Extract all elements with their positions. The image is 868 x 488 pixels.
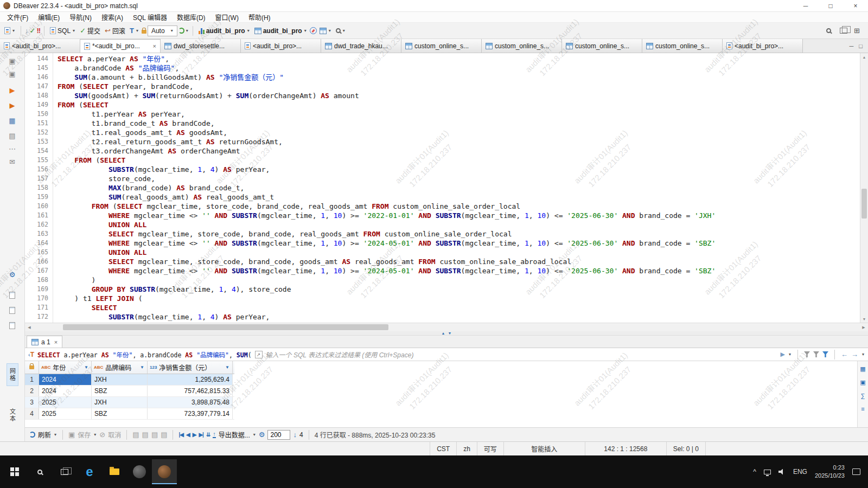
explain-plan-icon[interactable]: ▦ [7,115,18,126]
code-line[interactable]: SUBSTR(mgclear_time, 1, 4) AS perYear, [58,312,860,322]
code-line[interactable]: t1.perYear AS perYear, [58,110,860,119]
grid-cell[interactable]: SBZ [92,386,148,396]
double-check-icon[interactable]: ✓ [30,27,36,34]
grid-settings-gear-icon[interactable]: ⚙ [259,431,265,438]
edit-cell-icon[interactable]: ▤ [132,431,139,438]
vertical-scrollbar[interactable]: ▲ ▼ [860,53,868,323]
code-line[interactable]: WHERE mgclear_time <> '' AND SUBSTR(mgcl… [58,239,860,248]
settings-gear-icon[interactable]: ⚙ [7,269,18,280]
new-file-icon[interactable] [7,320,18,331]
taskbar-search-button[interactable] [27,459,52,484]
grid-cell[interactable]: 757,462,815.33 [148,386,233,396]
code-line[interactable]: store_code, [58,174,860,183]
close-button[interactable]: × [843,0,868,11]
code-line[interactable]: SUBSTR(mgclear_time, 1, 4) AS perYear, [58,165,860,174]
filter-sql-text[interactable]: SELECT a.perYear AS "年份", a.brandCode AS… [37,350,252,359]
grid-cell[interactable]: 2025 [39,397,92,408]
transaction-mode-button[interactable]: T▾ [128,26,141,35]
code-line[interactable]: WHERE mgclear_time <> '' AND SUBSTR(mgcl… [58,211,860,220]
code-line[interactable]: FROM (SELECT perYear, brandCode, [58,82,860,91]
status-caret-position[interactable]: 142 : 1 : 12568 [585,442,666,455]
sql-menu-button[interactable]: SQL ▾ [48,26,77,36]
code-line[interactable]: FROM (SELECT mgclear_time, store_code, b… [58,202,860,211]
grid-cell[interactable]: 2024 [39,386,92,396]
fetch-all-icon[interactable]: ⇊ [206,432,210,438]
code-line[interactable]: SUM(a.amount + b.billGoodsAmt) AS "净销售金额… [58,73,860,82]
grid-cell[interactable]: 3,898,875.48 [148,397,233,408]
menu-sql-editor[interactable]: SQL 编辑器 [128,12,172,22]
row-number[interactable]: 3 [25,397,39,408]
menu-navigate[interactable]: 导航(N) [65,12,97,22]
chevron-down-icon[interactable]: ▾ [170,28,174,33]
code-line[interactable]: GROUP BY SUBSTR(mgclear_time, 1, 4), sto… [58,285,860,294]
quick-search-icon[interactable] [826,28,831,33]
chevron-down-icon[interactable]: ▾ [247,28,250,33]
status-timezone[interactable]: CST [430,442,456,455]
row-number[interactable]: 4 [25,408,39,419]
back-icon[interactable]: ← [841,351,848,358]
code-line[interactable]: MAX(brand_code) AS brand_code_t, [58,183,860,192]
refresh-button[interactable]: 刷新 [38,430,51,439]
code-line[interactable]: a.brandCode AS "品牌编码", [58,63,860,73]
editor-tab[interactable]: custom_online_s... [401,39,482,53]
panel-value-icon[interactable]: ▣ [860,379,865,386]
save-script-icon[interactable] [7,305,18,316]
editor-tab[interactable]: <audit_bi_pro>... [723,39,803,53]
panel-sash[interactable]: ▲▼ [25,331,868,336]
commit-button[interactable]: ✓ 提交 [78,25,102,36]
status-writable[interactable]: 可写 [477,442,503,455]
menu-file[interactable]: 文件(F) [2,12,33,22]
sql-editor[interactable]: 1441451461471481491501511521531541551561… [25,53,868,323]
auto-refresh-icon[interactable] [178,28,184,34]
first-row-icon[interactable]: |◀ [178,432,183,438]
scroll-left-icon[interactable]: ◀ [25,323,34,331]
column-header-year[interactable]: ABC 年份 ▼ [39,361,92,374]
result-view-text-tab[interactable]: 文本 [7,404,18,426]
last-row-icon[interactable]: ▶| [199,432,203,438]
code-line[interactable]: t1.real_goods_amt_t AS goodsAmt, [58,128,860,137]
status-insert-mode[interactable]: 智能插入 [503,442,585,455]
edit-grid-button[interactable]: ▾ [318,27,333,35]
notification-center-icon[interactable] [852,468,860,475]
code-line[interactable]: UNION ALL [58,248,860,257]
auto-commit-combo[interactable]: Auto ▾ [148,25,177,36]
code-line[interactable]: t2.real_return_goods_amt_t AS returnGood… [58,137,860,146]
close-tab-icon[interactable]: × [152,43,156,49]
horizontal-scrollbar[interactable]: ◀ ▶ [25,323,868,331]
menu-help[interactable]: 帮助(H) [244,12,276,22]
close-results-tab-icon[interactable]: × [53,339,58,345]
status-selection[interactable]: Sel: 0 | 0 [666,442,705,455]
execute-statement-icon[interactable]: ▶ [7,85,18,95]
grid-cell[interactable]: 2025 [39,408,92,419]
editor-tab[interactable]: custom_online_s... [482,39,562,53]
vertical-scroll-thumb[interactable] [861,189,867,219]
code-line[interactable]: SELECT a.perYear AS "年份", [58,54,860,63]
minimize-button[interactable]: ─ [793,0,818,11]
navigator-compass-icon[interactable] [310,27,317,34]
sort-filter-icon[interactable]: ▼ [84,365,89,370]
edge-button[interactable]: e [77,459,102,484]
load-script-icon[interactable] [7,290,18,300]
menu-database[interactable]: 数据库(D) [172,12,210,22]
pinned-app-button[interactable] [127,459,152,484]
editor-tab[interactable]: *<audit_bi_pro...× [80,39,161,53]
alert-icon[interactable]: !! [36,27,40,34]
editor-tab[interactable]: custom_online_s... [562,39,642,53]
delete-row-icon[interactable]: ▤ [161,431,167,438]
taskbar-clock[interactable]: 0:23 2025/10/23 [815,464,845,480]
clear-filter-icon[interactable] [804,351,810,357]
custom-filter-icon[interactable] [822,351,828,357]
panel-calc-icon[interactable]: ∑ [861,393,865,399]
fetch-size-input[interactable] [267,430,290,440]
horizontal-scroll-thumb[interactable] [63,324,388,330]
chevron-down-icon[interactable]: ▾ [72,28,75,33]
row-number[interactable]: 2 [25,386,39,396]
dbeaver-taskbar-button[interactable] [152,459,177,484]
code-line[interactable]: WHERE mgclear_time <> '' AND SUBSTR(mgcl… [58,266,860,275]
volume-icon[interactable] [778,469,786,475]
code-line[interactable]: ) [58,275,860,285]
results-tab[interactable]: a 1 × [27,336,62,348]
filter-input[interactable]: 输入一个 SQL 表达式来过滤结果 (使用 Ctrl+Space) [266,350,777,359]
editor-tab[interactable]: custom_online_s... [642,39,723,53]
scroll-right-icon[interactable]: ▶ [859,323,868,331]
